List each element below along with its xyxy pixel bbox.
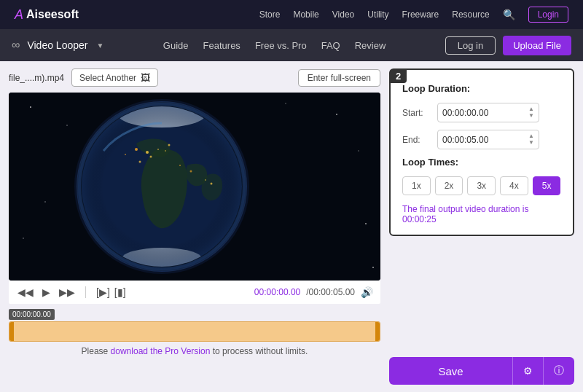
end-input[interactable]: 00:00:05.00 ▲ ▼	[437, 130, 539, 149]
start-up-arrow[interactable]: ▲	[528, 106, 534, 112]
skip-forward-button[interactable]: ▶▶	[58, 285, 77, 299]
tool-name: Video Looper	[27, 39, 87, 51]
second-nav-links: Guide Features Free vs. Pro FAQ Review	[163, 40, 386, 51]
save-row: Save ⚙ ⓘ	[389, 357, 574, 385]
save-button[interactable]: Save	[389, 357, 512, 385]
bottom-note: Please download the Pro Version to proce…	[9, 346, 380, 356]
nav-store[interactable]: Store	[259, 9, 281, 20]
controls-left: ◀◀ ▶ ▶▶ [▶] [▮]	[16, 285, 128, 299]
controls-bar: ◀◀ ▶ ▶▶ [▶] [▮] 00:00:00.00 /00:00:05.00…	[9, 281, 380, 304]
select-another-button[interactable]: Select Another 🖼	[71, 68, 158, 87]
card-number: 2	[390, 69, 407, 83]
nav-free-vs-pro[interactable]: Free vs. Pro	[255, 40, 307, 51]
end-up-arrow[interactable]: ▲	[528, 133, 534, 139]
divider	[85, 286, 86, 298]
info-button[interactable]: ⓘ	[543, 357, 574, 385]
search-icon[interactable]: 🔍	[503, 9, 515, 20]
svg-point-2	[30, 106, 31, 108]
top-nav-links: Store Mobile Video Utility Freeware Reso…	[259, 7, 568, 23]
svg-point-10	[372, 267, 374, 268]
svg-point-8	[285, 103, 286, 104]
nav-resource[interactable]: Resource	[452, 9, 489, 20]
svg-point-5	[358, 150, 359, 152]
file-bar-left: file_....m).mp4 Select Another 🖼	[9, 68, 158, 87]
second-nav-left: ∞ Video Looper ▼	[12, 39, 103, 52]
svg-point-6	[23, 238, 24, 239]
second-nav-right: Log in Upload File	[445, 36, 571, 55]
end-down-arrow[interactable]: ▼	[528, 140, 534, 146]
start-value: 00:00:00.00	[442, 108, 488, 118]
loop-4x-button[interactable]: 4x	[500, 176, 528, 195]
loop-1x-button[interactable]: 1x	[402, 176, 431, 195]
logo: A Aiseesoft	[15, 7, 79, 23]
file-bar: file_....m).mp4 Select Another 🖼 Enter f…	[9, 68, 380, 87]
output-duration: The final output video duration is 00:00…	[402, 204, 561, 224]
loop-times-section: Loop Times: 1x 2x 3x 4x 5x	[402, 157, 561, 195]
controls-right: 00:00:00.00 /00:00:05.00 🔊	[254, 286, 373, 298]
timeline-time-label: 00:00:00.00	[9, 309, 55, 320]
skip-back-button[interactable]: ◀◀	[16, 285, 35, 299]
output-time: 00:00:25	[402, 214, 437, 224]
loop-duration-card: 2 Loop Duration: Start: 00:00:00.00 ▲ ▼ …	[389, 68, 574, 236]
nav-freeware[interactable]: Freeware	[402, 9, 439, 20]
login-button[interactable]: Log in	[445, 36, 496, 55]
bracket-buttons: [▶] [▮]	[95, 285, 128, 299]
nav-utility[interactable]: Utility	[367, 9, 388, 20]
main-area: file_....m).mp4 Select Another 🖼 Enter f…	[0, 61, 583, 392]
second-navigation: ∞ Video Looper ▼ Guide Features Free vs.…	[0, 29, 583, 61]
timeline-handle-right[interactable]	[375, 322, 380, 341]
loop-icon: ∞	[12, 39, 20, 52]
play-button[interactable]: ▶	[41, 285, 52, 299]
select-another-label: Select Another	[79, 73, 136, 83]
loop-2x-button[interactable]: 2x	[435, 176, 463, 195]
left-panel: file_....m).mp4 Select Another 🖼 Enter f…	[9, 68, 380, 385]
start-label: Start:	[402, 108, 430, 118]
start-input[interactable]: 00:00:00.00 ▲ ▼	[437, 103, 539, 122]
end-spinners[interactable]: ▲ ▼	[528, 133, 534, 146]
crop-button[interactable]: [▮]	[113, 285, 128, 299]
svg-point-4	[336, 114, 337, 115]
monitor-icon: 🖼	[141, 72, 150, 83]
fullscreen-button[interactable]: Enter full-screen	[298, 69, 380, 87]
loop-3x-button[interactable]: 3x	[467, 176, 496, 195]
pro-version-link[interactable]: download the Pro Version	[111, 346, 211, 356]
nav-features[interactable]: Features	[203, 40, 240, 51]
video-player[interactable]	[9, 93, 380, 281]
nav-mobile[interactable]: Mobile	[293, 9, 318, 20]
end-label: End:	[402, 135, 430, 145]
timeline-handle-left[interactable]	[9, 322, 14, 341]
loop-times-buttons: 1x 2x 3x 4x 5x	[402, 176, 561, 195]
timeline-area: 00:00:00.00	[9, 308, 380, 342]
mark-in-button[interactable]: [▶]	[95, 285, 111, 299]
start-field-row: Start: 00:00:00.00 ▲ ▼	[402, 103, 561, 122]
top-navigation: A Aiseesoft Store Mobile Video Utility F…	[0, 0, 583, 29]
start-spinners[interactable]: ▲ ▼	[528, 106, 534, 119]
end-field-row: End: 00:00:05.00 ▲ ▼	[402, 130, 561, 149]
loop-5x-button[interactable]: 5x	[533, 176, 561, 195]
start-down-arrow[interactable]: ▼	[528, 113, 534, 119]
current-time: 00:00:00.00	[254, 287, 300, 297]
top-login-button[interactable]: Login	[528, 7, 568, 23]
nav-video[interactable]: Video	[332, 9, 354, 20]
svg-point-7	[365, 223, 367, 224]
nav-faq[interactable]: FAQ	[321, 40, 340, 51]
video-content	[9, 93, 380, 281]
chevron-down-icon[interactable]: ▼	[96, 42, 103, 50]
nav-review[interactable]: Review	[355, 40, 386, 51]
total-time: /00:00:05.00	[306, 287, 355, 297]
timeline-track[interactable]	[9, 321, 380, 342]
file-name: file_....m).mp4	[9, 73, 64, 83]
upload-file-button[interactable]: Upload File	[503, 36, 571, 55]
svg-point-3	[66, 125, 68, 126]
right-panel: 2 Loop Duration: Start: 00:00:00.00 ▲ ▼ …	[389, 68, 574, 385]
loop-duration-title: Loop Duration:	[402, 83, 561, 94]
volume-icon[interactable]: 🔊	[361, 286, 373, 298]
settings-button[interactable]: ⚙	[512, 357, 543, 385]
nav-guide[interactable]: Guide	[163, 40, 189, 51]
svg-point-9	[44, 201, 46, 203]
end-value: 00:00:05.00	[442, 135, 488, 145]
loop-times-title: Loop Times:	[402, 157, 561, 168]
svg-point-29	[78, 103, 246, 270]
